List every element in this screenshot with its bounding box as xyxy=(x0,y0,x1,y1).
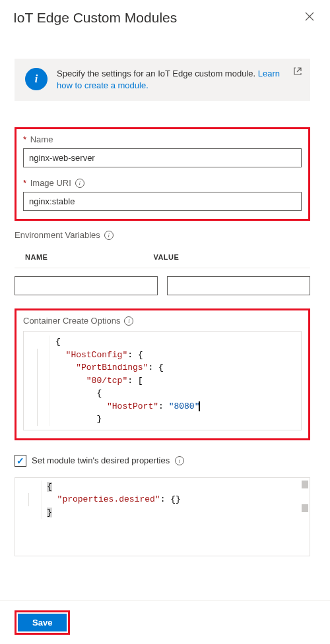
name-field-group: * Name xyxy=(23,134,302,167)
required-star-icon: * xyxy=(23,134,26,144)
info-icon: i xyxy=(25,68,48,90)
env-row xyxy=(15,268,310,295)
env-value-header: VALUE xyxy=(153,253,310,261)
env-name-header: NAME xyxy=(25,253,153,261)
save-button[interactable]: Save xyxy=(18,614,67,631)
info-tooltip-icon[interactable]: i xyxy=(104,231,114,240)
panel-footer: Save xyxy=(0,600,330,644)
env-name-input[interactable] xyxy=(15,276,158,295)
twin-code-editor[interactable]: { "properties.desired": {} } xyxy=(15,477,310,556)
cco-section-label: Container Create Options i xyxy=(23,316,302,326)
info-tooltip-icon[interactable]: i xyxy=(124,316,133,326)
panel-header: IoT Edge Custom Modules xyxy=(0,0,330,32)
image-uri-label: * Image URI i xyxy=(23,178,302,188)
editor-scroll-marker xyxy=(302,481,308,488)
twin-checkbox-label: Set module twin's desired properties xyxy=(32,455,170,465)
twin-checkbox-row: ✓ Set module twin's desired properties i xyxy=(15,455,310,467)
required-star-icon: * xyxy=(23,178,26,188)
scroll-area[interactable]: i Specify the settings for an IoT Edge c… xyxy=(0,32,330,600)
external-link-icon[interactable] xyxy=(293,67,302,76)
name-label: * Name xyxy=(23,134,302,144)
close-icon xyxy=(305,12,314,21)
env-section-label: Environment Variables i xyxy=(15,230,310,240)
cco-code-editor[interactable]: { "HostConfig": { "PortBindings": { "80/… xyxy=(23,331,302,430)
info-tooltip-icon[interactable]: i xyxy=(75,179,84,188)
info-banner-text: Specify the settings for an IoT Edge cus… xyxy=(57,68,300,92)
name-input[interactable] xyxy=(23,148,302,167)
twin-checkbox[interactable]: ✓ xyxy=(15,455,26,467)
custom-modules-panel: IoT Edge Custom Modules i Specify the se… xyxy=(0,0,330,644)
close-button[interactable] xyxy=(302,8,317,27)
save-highlight: Save xyxy=(15,610,70,635)
name-image-highlight: * Name * Image URI i xyxy=(15,127,310,221)
checkmark-icon: ✓ xyxy=(16,455,24,466)
image-field-group: * Image URI i xyxy=(23,178,302,211)
info-banner: i Specify the settings for an IoT Edge c… xyxy=(15,59,310,101)
panel-title: IoT Edge Custom Modules xyxy=(13,10,177,26)
env-variables-table: NAME VALUE xyxy=(15,247,310,295)
env-table-header: NAME VALUE xyxy=(15,247,310,268)
env-value-input[interactable] xyxy=(167,276,310,295)
info-tooltip-icon[interactable]: i xyxy=(175,456,184,465)
image-uri-input[interactable] xyxy=(23,192,302,211)
editor-scroll-marker xyxy=(302,504,308,512)
cco-highlight: Container Create Options i { "HostConfig… xyxy=(15,308,310,440)
